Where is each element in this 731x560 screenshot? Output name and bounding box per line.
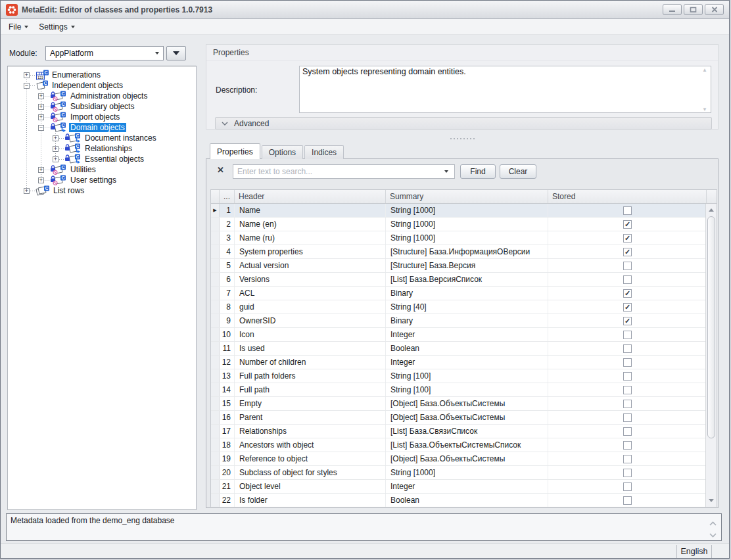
stored-checkbox[interactable] [623,317,632,325]
stored-column-header[interactable]: Stored [548,190,707,203]
header-cell[interactable]: Name (ru) [235,231,386,245]
summary-cell[interactable]: [List] База.СвязиСписок [386,425,548,438]
tree-item-utilities[interactable]: + C Utilities [8,164,196,175]
summary-cell[interactable]: Binary [386,287,548,300]
table-row[interactable]: 14 Full path String [100] [211,383,717,397]
tree-item-label[interactable]: Independent objects [51,81,124,90]
header-cell[interactable]: Is used [235,342,386,355]
header-cell[interactable]: Name [235,204,386,217]
stored-checkbox[interactable] [623,303,632,312]
summary-cell[interactable]: String [1000] [386,466,548,479]
summary-cell[interactable]: [List] База.ОбъектыСистемыСписок [386,438,548,452]
tree-expander[interactable]: + [24,72,30,78]
tree-item-enumerations[interactable]: + 123 C Enumerations [8,70,196,80]
stored-checkbox[interactable] [623,289,632,298]
stored-checkbox[interactable] [623,248,632,256]
tree-expander[interactable]: + [38,114,44,120]
header-cell[interactable]: guid [235,300,386,314]
header-cell[interactable]: Ancestors with object [235,438,386,452]
table-row[interactable]: 21 Object level Integer [211,480,717,494]
tree-expander[interactable]: + [53,135,59,141]
summary-cell[interactable]: [Structure] База.Версия [386,259,548,272]
tab-options[interactable]: Options [262,145,303,159]
log-scroll-down-icon[interactable] [709,530,717,540]
stored-checkbox[interactable] [623,358,632,367]
summary-cell[interactable]: String [100] [386,369,548,383]
summary-column-header[interactable]: Summary [386,190,548,203]
scroll-down-button[interactable] [706,496,717,505]
tree-item-label[interactable]: User settings [69,175,118,185]
tree-item-domain-objects[interactable]: − C Domain objects [8,122,196,133]
header-cell[interactable]: ACL [235,287,386,300]
table-row[interactable]: 3 Name (ru) String [1000] [211,231,717,245]
summary-cell[interactable]: Boolean [386,494,548,507]
header-cell[interactable]: Icon [235,328,386,341]
table-row[interactable]: 8 guid String [40] [211,300,717,314]
log-scroll-up-icon[interactable] [709,519,717,528]
tree-expander[interactable]: + [38,93,44,99]
summary-cell[interactable]: [List] База.ВерсияСписок [386,273,548,286]
summary-cell[interactable]: String [1000] [386,218,548,231]
stored-checkbox[interactable] [623,372,632,381]
stored-checkbox[interactable] [623,234,632,243]
tree-item-document-instances[interactable]: + C Document instances [8,133,196,143]
tree-item-label[interactable]: List rows [52,186,85,195]
tree-item-label[interactable]: Enumerations [51,70,102,80]
summary-cell[interactable]: Binary [386,314,548,327]
summary-cell[interactable]: String [100] [386,383,548,396]
summary-cell[interactable]: Integer [386,480,548,493]
table-row[interactable]: 6 Versions [List] База.ВерсияСписок [211,273,717,287]
clear-search-icon[interactable]: ✕ [217,165,224,175]
table-row[interactable]: 12 Number of children Integer [211,356,717,369]
header-cell[interactable]: Full path [235,383,386,396]
summary-cell[interactable]: Integer [386,356,548,369]
header-cell[interactable]: Reference to object [235,452,386,465]
close-button[interactable] [705,4,724,15]
scroll-down-icon[interactable]: ▼ [702,106,707,112]
tree-item-label[interactable]: Subsidiary objects [69,102,135,111]
tree-expander[interactable]: + [53,146,59,152]
stored-checkbox[interactable] [623,220,632,229]
header-cell[interactable]: Name (en) [235,218,386,231]
summary-cell[interactable]: String [1000] [386,231,548,245]
description-field[interactable]: System objects representing domain entit… [299,66,711,113]
table-row[interactable]: 15 Empty [Object] База.ОбъектыСистемы [211,397,717,411]
summary-cell[interactable]: [Object] База.ОбъектыСистемы [386,397,548,410]
table-row[interactable]: 5 Actual version [Structure] База.Версия [211,259,717,273]
maximize-button[interactable] [684,4,703,15]
tree-item-label[interactable]: Administration objects [69,91,149,101]
table-row[interactable]: 7 ACL Binary [211,287,717,300]
find-button[interactable]: Find [460,164,496,179]
tree-item-label[interactable]: Relationships [83,144,133,153]
header-cell[interactable]: OwnerSID [235,314,386,327]
header-cell[interactable]: Actual version [235,259,386,272]
table-row[interactable]: 2 Name (en) String [1000] [211,218,717,231]
stored-checkbox[interactable] [623,496,632,505]
tree-item-list-rows[interactable]: + C List rows [8,185,196,196]
table-row[interactable]: 9 OwnerSID Binary [211,314,717,328]
header-column-header[interactable]: Header [235,190,386,203]
stored-checkbox[interactable] [623,413,632,422]
tree-expander[interactable]: − [38,125,44,131]
table-row[interactable]: 1 Name String [1000] [211,204,717,218]
tree-expander[interactable]: + [38,177,44,183]
summary-cell[interactable]: Boolean [386,342,548,355]
tree-expander[interactable]: + [53,156,59,162]
menu-file[interactable]: File [3,20,34,34]
scrollbar-thumb[interactable] [707,216,715,438]
table-row[interactable]: 4 System properties [Structure] База.Инф… [211,245,717,259]
tree-expander[interactable]: − [24,83,30,89]
tree-item-label[interactable]: Essential objects [83,154,145,164]
tree-item-user-settings[interactable]: + C User settings [8,175,196,185]
tab-indices[interactable]: Indices [304,145,344,159]
stored-checkbox[interactable] [623,400,632,408]
summary-cell[interactable]: [Object] База.ОбъектыСистемы [386,452,548,465]
search-dropdown-icon[interactable] [444,170,448,173]
language-indicator[interactable]: English [676,545,712,558]
stored-checkbox[interactable] [623,469,632,477]
summary-cell[interactable]: String [1000] [386,204,548,217]
vertical-scrollbar[interactable] [705,204,717,507]
header-cell[interactable]: Full path folders [235,369,386,383]
stored-checkbox[interactable] [623,441,632,450]
header-cell[interactable]: Parent [235,411,386,424]
